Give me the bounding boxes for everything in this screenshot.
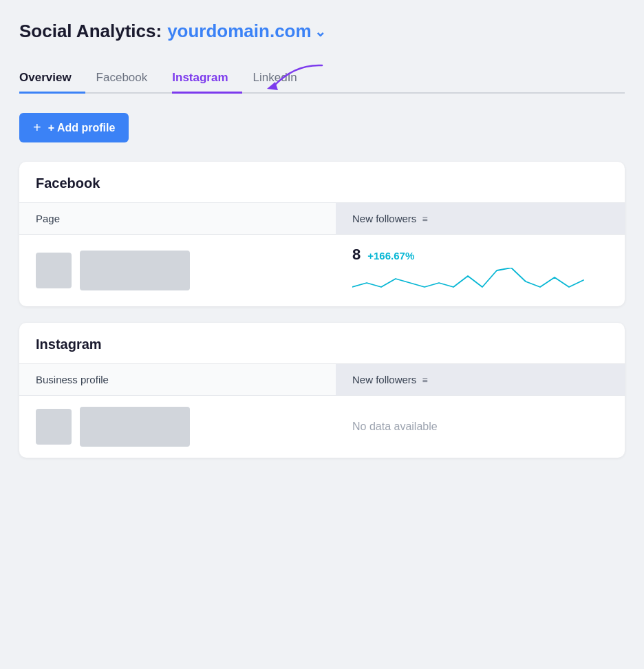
facebook-metric-col-header: New followers ≡	[336, 203, 625, 234]
facebook-metric-value-row: 8 +166.67%	[352, 246, 608, 264]
facebook-metric-cell: 8 +166.67%	[336, 235, 625, 306]
tab-bar: Overview Facebook Instagram LinkedIn	[19, 64, 625, 94]
tab-overview[interactable]: Overview	[19, 64, 85, 94]
tab-instagram[interactable]: Instagram	[172, 64, 242, 94]
instagram-table-row: No data available	[19, 395, 625, 458]
facebook-card: Facebook Page New followers ≡ 8 +166.67%	[19, 162, 625, 306]
facebook-sparkline	[352, 268, 608, 295]
domain-name: yourdomain.com	[167, 21, 311, 42]
facebook-table-row: 8 +166.67%	[19, 234, 625, 306]
facebook-page-cell	[19, 240, 336, 301]
page-header: Social Analytics: yourdomain.com ⌄	[19, 21, 625, 42]
facebook-page-col-header: Page	[19, 203, 336, 234]
instagram-page-name-placeholder	[80, 407, 190, 447]
tab-linkedin[interactable]: LinkedIn	[253, 64, 311, 94]
instagram-card-title: Instagram	[19, 323, 625, 363]
facebook-page-name-placeholder	[80, 251, 190, 290]
facebook-card-title: Facebook	[19, 162, 625, 202]
instagram-no-data: No data available	[352, 421, 608, 433]
instagram-page-cell	[19, 396, 336, 458]
tabs-container: Overview Facebook Instagram LinkedIn	[19, 64, 625, 94]
filter-icon-instagram[interactable]: ≡	[422, 374, 427, 385]
facebook-table-header: Page New followers ≡	[19, 202, 625, 234]
facebook-page-avatar	[36, 253, 72, 288]
instagram-page-col-header: Business profile	[19, 364, 336, 395]
tab-facebook[interactable]: Facebook	[96, 64, 162, 94]
page-title-static: Social Analytics:	[19, 21, 162, 42]
filter-icon[interactable]: ≡	[422, 213, 427, 224]
instagram-metric-col-header: New followers ≡	[336, 364, 625, 395]
chevron-down-icon: ⌄	[314, 23, 326, 40]
facebook-metric-number: 8	[352, 246, 361, 264]
instagram-table-header: Business profile New followers ≡	[19, 363, 625, 395]
domain-selector[interactable]: yourdomain.com ⌄	[167, 21, 325, 42]
instagram-page-avatar	[36, 409, 72, 445]
facebook-metric-change: +166.67%	[367, 250, 414, 262]
instagram-metric-cell: No data available	[336, 410, 625, 444]
instagram-card: Instagram Business profile New followers…	[19, 323, 625, 458]
plus-icon: +	[33, 120, 41, 136]
add-profile-button[interactable]: + + Add profile	[19, 113, 129, 142]
